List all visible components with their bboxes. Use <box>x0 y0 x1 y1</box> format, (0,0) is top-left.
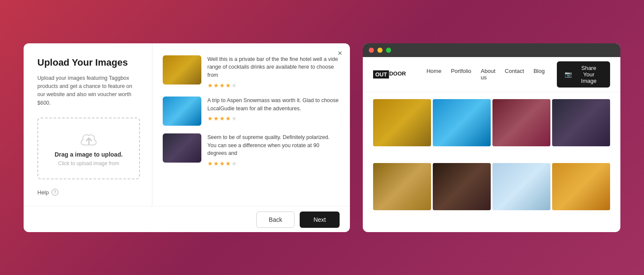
grid-image-2[interactable] <box>433 99 491 146</box>
review-stars-1: ★★★★★ <box>207 82 340 89</box>
review-text-1: Well this is a private bar of the the fi… <box>207 55 340 79</box>
help-label: Help <box>37 189 49 196</box>
grid-image-3[interactable] <box>492 99 550 146</box>
browser-content: OUTDOOR Home Portfolio About us Contact … <box>363 57 620 232</box>
review-image-3 <box>163 133 201 163</box>
review-item-1: Well this is a private bar of the the fi… <box>163 55 340 89</box>
nav-about[interactable]: About us <box>481 68 495 81</box>
review-text-3: Seem to be of supreme quality. Definitel… <box>207 133 340 157</box>
share-button[interactable]: 📷 Share Your Image <box>557 61 610 88</box>
review-text-2: A trip to Aspen Snowmass was worth it. G… <box>207 97 340 113</box>
logo-door: DOOR <box>389 70 406 79</box>
nav-contact[interactable]: Contact <box>505 68 524 81</box>
modal-description: Upload your images featuring Taggbox pro… <box>37 74 140 108</box>
modal-left-panel: Upload Your Images Upload your images fe… <box>24 43 152 206</box>
review-stars-2: ★★★★★ <box>207 115 340 122</box>
browser-window: OUTDOOR Home Portfolio About us Contact … <box>363 43 620 232</box>
review-stars-3: ★★★★★ <box>207 160 340 167</box>
modal-title: Upload Your Images <box>37 57 140 68</box>
review-image-2 <box>163 97 201 126</box>
browser-dot-yellow[interactable] <box>377 48 383 53</box>
grid-image-4[interactable] <box>552 99 610 146</box>
review-item-2: A trip to Aspen Snowmass was worth it. G… <box>163 97 340 126</box>
modal-body: Upload Your Images Upload your images fe… <box>24 43 350 206</box>
upload-icon <box>79 130 99 151</box>
dropzone[interactable]: Drag a image to upload. Click to upload … <box>37 118 140 179</box>
help-row: Help ? <box>37 189 140 196</box>
browser-chrome <box>363 43 620 57</box>
close-button[interactable]: × <box>337 49 342 57</box>
logo-out: OUT <box>373 70 389 79</box>
camera-icon: 📷 <box>565 71 572 78</box>
nav-links: Home Portfolio About us Contact Blog <box>426 68 544 81</box>
nav-portfolio[interactable]: Portfolio <box>451 68 471 81</box>
grid-image-7[interactable] <box>492 163 550 210</box>
grid-image-6[interactable] <box>433 163 491 210</box>
back-button[interactable]: Back <box>256 212 295 228</box>
help-icon[interactable]: ? <box>52 189 58 196</box>
drag-text: Drag a image to upload. <box>55 151 123 158</box>
modal-footer: Back Next <box>24 206 350 232</box>
grid-image-8[interactable] <box>552 163 610 210</box>
review-content-2: A trip to Aspen Snowmass was worth it. G… <box>207 97 340 126</box>
review-content-1: Well this is a private bar of the the fi… <box>207 55 340 89</box>
click-text: Click to upload image from <box>58 160 119 166</box>
review-item-3: Seem to be of supreme quality. Definitel… <box>163 133 340 167</box>
site-nav: OUTDOOR Home Portfolio About us Contact … <box>363 57 620 92</box>
next-button[interactable]: Next <box>300 212 340 228</box>
nav-home[interactable]: Home <box>426 68 441 81</box>
share-button-label: Share Your Image <box>575 65 602 84</box>
image-grid <box>363 92 620 232</box>
review-content-3: Seem to be of supreme quality. Definitel… <box>207 133 340 167</box>
grid-image-5[interactable] <box>373 163 431 210</box>
browser-dot-green[interactable] <box>386 48 391 53</box>
nav-blog[interactable]: Blog <box>534 68 545 81</box>
site-logo: OUTDOOR <box>373 70 406 79</box>
grid-image-1[interactable] <box>373 99 431 146</box>
review-image-1 <box>163 55 201 85</box>
browser-dot-red[interactable] <box>369 48 374 53</box>
upload-modal: × Upload Your Images Upload your images … <box>24 43 350 232</box>
modal-right-panel: Well this is a private bar of the the fi… <box>152 43 350 206</box>
